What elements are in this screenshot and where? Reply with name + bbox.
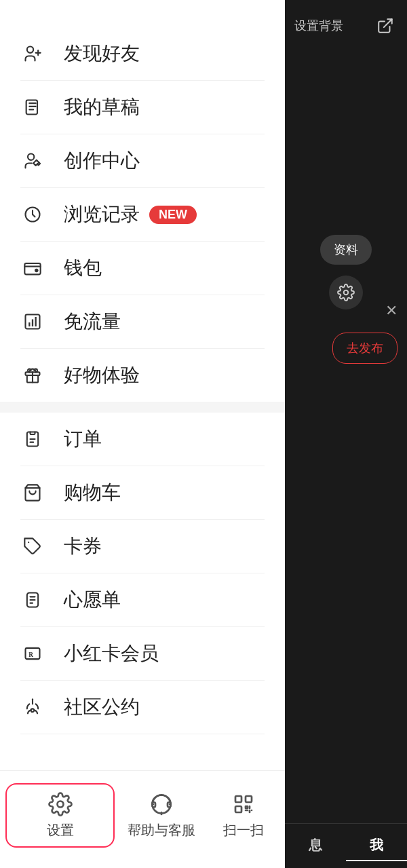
right-panel: 设置背景 资料 ✕ 去发布 息 <box>285 0 407 868</box>
menu-panel: 发现好友 我的草稿 创作中心 <box>0 0 285 868</box>
menu-item-vip[interactable]: R 小红卡会员 <box>0 627 285 680</box>
bottom-item-scan[interactable]: 扫一扫 <box>203 791 285 839</box>
menu-item-orders[interactable]: 订单 <box>0 413 285 466</box>
menu-item-wallet[interactable]: 钱包 <box>0 242 285 295</box>
svg-rect-11 <box>35 317 37 326</box>
menu-label-community: 社区公约 <box>64 694 140 720</box>
new-badge: NEW <box>149 206 197 224</box>
menu-item-find-friends[interactable]: 发现好友 <box>0 27 285 80</box>
menu-list: 发现好友 我的草稿 创作中心 <box>0 0 285 770</box>
svg-point-7 <box>35 269 38 272</box>
user-edit-icon <box>20 149 45 173</box>
file-icon <box>20 95 45 119</box>
menu-label-wishlist: 心愿单 <box>64 587 121 613</box>
svg-point-4 <box>28 154 34 160</box>
clipboard-icon <box>20 427 45 451</box>
menu-label-traffic: 免流量 <box>64 309 121 335</box>
svg-rect-28 <box>235 806 241 812</box>
tab-me[interactable]: 我 <box>346 831 407 861</box>
settings-icon-btn[interactable] <box>329 276 363 309</box>
section-separator <box>0 402 285 413</box>
menu-item-traffic[interactable]: 免流量 <box>0 295 285 348</box>
scan-label: 扫一扫 <box>223 821 264 839</box>
bottom-item-settings[interactable]: 设置 <box>5 783 115 848</box>
community-icon <box>20 695 45 719</box>
svg-rect-3 <box>26 100 37 115</box>
svg-rect-10 <box>32 320 33 327</box>
menu-label-experience: 好物体验 <box>64 362 140 388</box>
close-button[interactable]: ✕ <box>385 302 398 320</box>
settings-label: 设置 <box>47 821 74 839</box>
svg-rect-6 <box>24 263 40 274</box>
menu-label-vip: 小红卡会员 <box>64 641 159 666</box>
bottom-bar: 设置 帮助与客服 <box>0 770 285 868</box>
scan-icon <box>231 791 256 817</box>
menu-item-drafts[interactable]: 我的草稿 <box>0 81 285 134</box>
publish-area: 去发布 <box>332 333 398 364</box>
set-bg-text: 设置背景 <box>294 18 343 34</box>
tab-news[interactable]: 息 <box>285 831 346 861</box>
right-top-bar: 设置背景 <box>285 0 407 45</box>
svg-text:R: R <box>28 652 33 658</box>
tag-icon <box>20 534 45 559</box>
menu-label-coupons: 卡券 <box>64 533 102 559</box>
menu-item-experience[interactable]: 好物体验 <box>0 349 285 402</box>
wishlist-icon <box>20 588 45 612</box>
menu-label-orders: 订单 <box>64 426 102 452</box>
svg-rect-9 <box>28 322 30 326</box>
gift-icon <box>20 363 45 388</box>
export-icon-btn[interactable] <box>373 14 398 38</box>
menu-label-history: 浏览记录 <box>64 202 140 227</box>
svg-point-0 <box>27 47 33 53</box>
svg-line-29 <box>384 19 392 27</box>
bar-chart-icon <box>20 309 45 334</box>
gear-icon <box>47 791 73 817</box>
menu-item-history[interactable]: 浏览记录 NEW <box>0 188 285 241</box>
cart-icon <box>20 480 45 505</box>
menu-label-find-friends: 发现好友 <box>64 41 140 67</box>
help-label: 帮助与客服 <box>128 821 195 839</box>
svg-rect-26 <box>235 796 241 802</box>
bottom-spacer <box>0 734 285 748</box>
menu-item-wishlist[interactable]: 心愿单 <box>0 573 285 626</box>
svg-point-21 <box>31 709 35 712</box>
right-bottom-tabs: 息 我 <box>285 823 407 868</box>
headset-icon <box>149 791 174 817</box>
right-middle-content: 资料 <box>320 45 372 823</box>
menu-item-community[interactable]: 社区公约 <box>0 681 285 734</box>
menu-label-cart: 购物车 <box>64 480 121 506</box>
menu-label-creator: 创作中心 <box>64 148 140 174</box>
svg-point-22 <box>57 801 63 808</box>
menu-label-wallet: 钱包 <box>64 255 102 281</box>
menu-item-creator[interactable]: 创作中心 <box>0 134 285 187</box>
svg-point-30 <box>344 290 349 295</box>
clock-icon <box>20 202 45 227</box>
svg-rect-27 <box>246 796 252 802</box>
user-plus-icon <box>20 41 45 66</box>
publish-button[interactable]: 去发布 <box>332 333 398 364</box>
menu-item-coupons[interactable]: 卡券 <box>0 520 285 573</box>
menu-item-cart[interactable]: 购物车 <box>0 466 285 519</box>
menu-label-drafts: 我的草稿 <box>64 94 140 120</box>
profile-button[interactable]: 资料 <box>320 235 372 265</box>
vip-icon: R <box>20 641 45 666</box>
wallet-icon <box>20 256 45 280</box>
bottom-item-help[interactable]: 帮助与客服 <box>120 791 202 839</box>
